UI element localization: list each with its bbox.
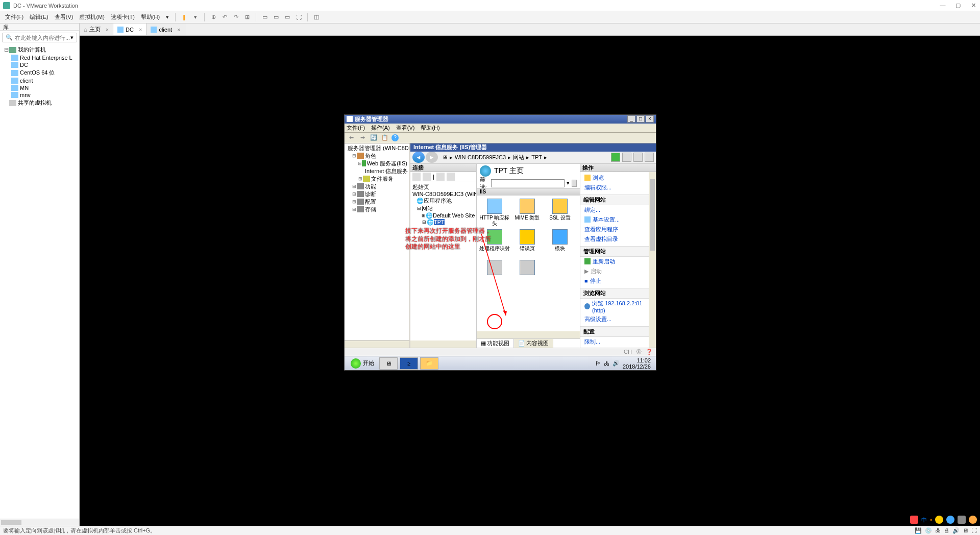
device-icon[interactable]: 🖨 <box>944 527 949 534</box>
conn-server[interactable]: WIN-C8DD599EJC3 (WIN-C8DD5 <box>411 191 475 197</box>
sm-menu-action[interactable]: 操作(A) <box>371 124 390 132</box>
sm-menu-help[interactable]: 帮助(H) <box>421 124 439 132</box>
snapshot-icon[interactable]: ⊕ <box>208 12 218 22</box>
toolbar-dropdown[interactable]: ▾ <box>190 12 201 22</box>
snapshot-fwd-icon[interactable]: ↷ <box>231 12 241 22</box>
action-limits[interactable]: 限制... <box>580 337 656 347</box>
layout-2-icon[interactable]: ▭ <box>271 12 281 22</box>
conn-default-site[interactable]: ⊞🌐Default Web Site <box>411 212 475 219</box>
device-icon[interactable]: 🖧 <box>935 527 941 534</box>
tray-icon[interactable]: 🛈 <box>636 349 642 355</box>
tray-flag-icon[interactable]: 🏳 <box>595 360 601 367</box>
ime-dot[interactable]: • <box>930 517 932 523</box>
search-box[interactable]: 🔍 ▾ <box>2 33 77 42</box>
conn-app-pools[interactable]: 🌐应用程序池 <box>411 197 475 205</box>
tree-vm-mn[interactable]: MN <box>1 84 78 91</box>
clock[interactable]: 11:02 2018/12/26 <box>623 357 651 370</box>
lang-indicator[interactable]: CH <box>624 349 632 355</box>
filter-dropdown-icon[interactable]: ▾ <box>567 180 570 186</box>
filter-go-icon[interactable] <box>572 180 577 187</box>
action-view-vdirs[interactable]: 查看虚拟目录 <box>580 234 656 244</box>
iis-refresh-icon[interactable] <box>611 153 620 162</box>
tray-network-icon[interactable]: 🖧 <box>604 360 609 367</box>
action-advanced[interactable]: 高级设置... <box>580 314 656 324</box>
conn-tool-icon[interactable] <box>436 173 445 181</box>
minimize-button[interactable]: — <box>939 2 946 9</box>
device-icon[interactable]: 💾 <box>915 527 922 534</box>
feature-more-1[interactable] <box>479 259 510 288</box>
tree-shared[interactable]: 共享的虚拟机 <box>1 99 78 107</box>
device-icon[interactable]: 🖥 <box>963 527 968 534</box>
ime-keyboard-icon[interactable] <box>958 516 966 524</box>
layout-1-icon[interactable]: ▭ <box>260 12 270 22</box>
iis-help-icon[interactable] <box>645 153 654 162</box>
feature-ssl[interactable]: SSL 设置 <box>544 198 576 227</box>
action-basic[interactable]: 基本设置... <box>580 215 656 225</box>
tree-my-computer[interactable]: ⊟我的计算机 <box>1 45 78 54</box>
ime-mic-icon[interactable] <box>946 516 954 524</box>
menu-view[interactable]: 查看(V) <box>52 13 77 21</box>
snapshot-back-icon[interactable]: ↶ <box>219 12 230 22</box>
iis-actions-scrollbar[interactable] <box>649 172 656 348</box>
sm-tree-iis[interactable]: Internet 信息服务 (I <box>346 167 408 175</box>
taskbar-app-explorer[interactable]: 📁 <box>420 357 438 370</box>
taskbar-app-powershell[interactable]: ≥ <box>400 357 418 370</box>
action-edit-perm[interactable]: 编辑权限... <box>580 183 656 192</box>
feature-modules[interactable]: 模块 <box>544 228 576 258</box>
conn-sites[interactable]: ⊟网站 <box>411 205 475 212</box>
menu-tabs[interactable]: 选项卡(T) <box>108 13 138 21</box>
sm-menu-view[interactable]: 查看(V) <box>396 124 415 132</box>
iis-home-icon[interactable] <box>633 153 643 162</box>
action-bindings[interactable]: 绑定... <box>580 205 656 215</box>
action-view-apps[interactable]: 查看应用程序 <box>580 225 656 234</box>
maximize-button[interactable]: ▢ <box>954 2 962 9</box>
pause-icon[interactable]: ‖ <box>179 12 189 22</box>
device-icon[interactable]: 🔊 <box>952 527 960 534</box>
tree-vm-dc[interactable]: DC <box>1 61 78 68</box>
action-browse-addr[interactable]: 浏览 192.168.2.2:81 (http) <box>580 299 656 314</box>
menu-edit[interactable]: 编辑(E) <box>27 13 52 21</box>
tray-icon[interactable]: ❓ <box>646 349 653 355</box>
forward-icon[interactable]: ➡ <box>358 133 367 142</box>
tab-dc[interactable]: DC× <box>113 23 146 35</box>
sm-minimize-button[interactable]: _ <box>627 115 635 123</box>
close-icon[interactable]: × <box>177 27 180 33</box>
iis-conn-scrollbar[interactable] <box>410 341 476 348</box>
sm-close-button[interactable]: × <box>646 115 654 123</box>
close-button[interactable]: ✕ <box>970 2 977 9</box>
sm-tree-roles[interactable]: ⊟角色 <box>346 152 408 160</box>
sm-menu-file[interactable]: 文件(F) <box>347 124 365 132</box>
sm-tree-storage[interactable]: ⊞存储 <box>346 206 408 213</box>
back-icon[interactable]: ⬅ <box>347 133 356 142</box>
menu-file[interactable]: 文件(F) <box>2 13 27 21</box>
action-browse[interactable]: 浏览 <box>580 173 656 183</box>
tree-vm-client[interactable]: client <box>1 77 78 84</box>
feature-more-2[interactable] <box>511 259 543 288</box>
feature-mime[interactable]: MIME 类型 <box>511 198 543 227</box>
ime-lang[interactable]: 中 <box>921 516 927 524</box>
action-stop[interactable]: ■停止 <box>580 276 656 286</box>
close-icon[interactable]: × <box>106 27 109 33</box>
tree-vm-centos[interactable]: CentOS 64 位 <box>1 68 78 77</box>
close-icon[interactable]: × <box>139 27 142 33</box>
device-icon[interactable]: ⛶ <box>971 527 977 534</box>
tray-sound-icon[interactable]: 🔊 <box>612 360 620 367</box>
conn-tool-icon[interactable] <box>412 173 421 181</box>
help-icon[interactable]: ? <box>391 134 399 141</box>
sm-title-bar[interactable]: 服务器管理器 _ □ × <box>345 115 656 124</box>
view-features-tab[interactable]: ▦功能视图 <box>477 339 514 348</box>
action-restart[interactable]: 重新启动 <box>580 257 656 266</box>
fullscreen-icon[interactable]: ⛶ <box>293 12 304 22</box>
iis-breadcrumb[interactable]: 🖥 ▸WIN-C8DD599EJC3 ▸网站 ▸TPT▸ <box>439 154 611 161</box>
sm-tree-config[interactable]: ⊞配置 <box>346 198 408 206</box>
sidebar-scrollbar[interactable] <box>0 519 79 526</box>
layout-3-icon[interactable]: ▭ <box>282 12 292 22</box>
sm-tree-root[interactable]: 服务器管理器 (WIN-C8DD599EJC <box>346 144 408 152</box>
iis-forward-button[interactable]: ► <box>426 152 438 163</box>
ime-smiley-icon[interactable] <box>935 516 943 524</box>
tab-home[interactable]: ⌂主页× <box>80 23 113 35</box>
tab-client[interactable]: client× <box>146 23 185 35</box>
conn-tool-icon[interactable] <box>423 173 431 181</box>
menu-vm[interactable]: 虚拟机(M) <box>76 13 108 21</box>
view-content-tab[interactable]: 📄内容视图 <box>514 339 553 348</box>
